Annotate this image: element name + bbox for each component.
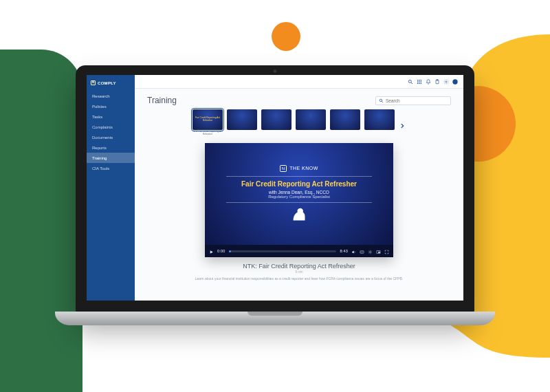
search-icon[interactable] [408, 79, 413, 85]
sidebar-item-research[interactable]: Research [87, 91, 135, 101]
sidebar-item-training[interactable]: Training [87, 153, 135, 163]
carousel-item [330, 109, 360, 136]
video-player: N THE KNOW Fair Credit Reporting Act Ref… [205, 143, 393, 257]
main-content: Training Fair Credit Reporting Act Refre… [135, 75, 463, 301]
video-poster[interactable]: N THE KNOW Fair Credit Reporting Act Ref… [205, 143, 393, 245]
app-screen: N COMPLY Research Policies Tasks Complai… [87, 75, 463, 301]
sidebar-item-policies[interactable]: Policies [87, 101, 135, 111]
clipboard-icon[interactable] [434, 79, 440, 85]
decorative-green-blob [0, 50, 82, 392]
svg-rect-9 [419, 83, 419, 83]
sidebar-item-label: CIA Tools [92, 166, 109, 171]
brand-label: COMPLY [98, 81, 116, 85]
video-brand-label: THE KNOW [289, 166, 318, 171]
carousel-thumbnail[interactable] [330, 109, 360, 130]
laptop-bezel: N COMPLY Research Policies Tasks Complai… [76, 65, 474, 313]
sidebar-item-label: Training [92, 156, 107, 160]
carousel-thumbnail[interactable] [227, 109, 257, 130]
video-progress-bar[interactable] [229, 250, 337, 252]
detail-title: NTK: Fair Credit Reporting Act Refresher [147, 263, 451, 270]
svg-rect-3 [419, 80, 419, 80]
svg-rect-24 [379, 252, 380, 252]
svg-point-20 [297, 208, 303, 214]
detail-description: Learn about your financial institution r… [175, 276, 423, 281]
svg-line-16 [382, 101, 383, 102]
svg-rect-5 [417, 81, 418, 82]
video-time-current: 0:00 [217, 249, 226, 253]
avatar-icon[interactable] [452, 79, 458, 85]
sidebar-item-documents[interactable]: Documents [87, 132, 135, 142]
sidebar-item-label: Complaints [92, 125, 113, 129]
search-icon [379, 98, 384, 103]
gear-icon[interactable] [443, 79, 449, 85]
page-header: Training [147, 96, 451, 105]
svg-rect-6 [419, 81, 419, 82]
video-brand-logo-icon: N [280, 165, 287, 172]
settings-button[interactable] [368, 245, 373, 257]
video-controls: 0:00 8:43 [205, 245, 393, 257]
divider [226, 176, 372, 177]
pip-button[interactable] [376, 245, 381, 257]
sidebar-nav: Research Policies Tasks Complaints Docum… [87, 91, 135, 173]
video-illustration-icon [287, 206, 311, 224]
svg-point-13 [446, 81, 447, 83]
sidebar-item-reports[interactable]: Reports [87, 142, 135, 153]
carousel-thumbnail[interactable] [296, 109, 326, 130]
brand-logo-icon: N [91, 80, 96, 85]
svg-point-15 [380, 99, 382, 102]
carousel-item [227, 109, 257, 136]
thumbnail-caption [330, 131, 360, 136]
laptop-mockup: N COMPLY Research Policies Tasks Complai… [76, 65, 474, 327]
play-button[interactable] [209, 245, 214, 257]
carousel-next-button[interactable] [399, 120, 406, 127]
decorative-orange-dot [272, 22, 300, 51]
svg-line-1 [411, 83, 412, 84]
carousel-thumbnail[interactable] [364, 109, 395, 130]
svg-point-22 [370, 252, 371, 253]
page-title: Training [147, 96, 177, 105]
sidebar-item-label: Documents [92, 135, 113, 140]
video-brand: N THE KNOW [280, 165, 318, 172]
sidebar-item-label: Reports [92, 146, 107, 150]
svg-point-0 [408, 80, 411, 83]
divider [226, 202, 372, 203]
video-presenter-role: Regulatory Compliance Specialist [268, 195, 330, 199]
search-box[interactable] [375, 96, 451, 105]
fullscreen-button[interactable] [384, 245, 389, 257]
carousel-item [296, 109, 326, 136]
video-title: Fair Credit Reporting Act Refresher [241, 180, 357, 188]
svg-rect-8 [417, 83, 418, 83]
page-body: Training Fair Credit Reporting Act Refre… [135, 89, 463, 301]
sidebar: N COMPLY Research Policies Tasks Complai… [87, 75, 135, 301]
sidebar-item-label: Tasks [92, 115, 102, 119]
video-presenter: with Jenna Dean, Esq., NCCO [269, 190, 329, 195]
svg-rect-7 [421, 81, 421, 82]
sidebar-item-tasks[interactable]: Tasks [87, 111, 135, 122]
svg-rect-4 [421, 80, 421, 80]
laptop-base [55, 312, 495, 325]
sidebar-item-label: Research [92, 94, 110, 98]
topbar [135, 75, 463, 89]
carousel-thumbnail[interactable] [261, 109, 292, 130]
sidebar-item-complaints[interactable]: Complaints [87, 122, 135, 132]
thumbnail-caption [364, 131, 395, 136]
sidebar-item-label: Policies [92, 105, 107, 109]
app-brand[interactable]: N COMPLY [87, 75, 135, 91]
thumbnail-caption [227, 131, 257, 136]
thumbnail-title: Fair Credit Reporting Act Refresher [192, 117, 223, 122]
carousel-item [364, 109, 395, 136]
bell-icon[interactable] [426, 79, 431, 85]
captions-button[interactable] [360, 245, 364, 257]
sidebar-item-cia-tools[interactable]: CIA Tools [87, 163, 135, 173]
svg-rect-10 [421, 83, 421, 83]
svg-rect-2 [417, 80, 418, 80]
thumbnail-caption [296, 131, 326, 136]
grid-icon[interactable] [417, 79, 422, 85]
carousel-item: Fair Credit Reporting Act Refresher NTK:… [192, 109, 223, 136]
search-input[interactable] [386, 98, 448, 103]
video-time-total: 8:43 [340, 249, 348, 253]
video-detail: NTK: Fair Credit Reporting Act Refresher… [147, 263, 451, 281]
volume-button[interactable] [351, 245, 356, 257]
training-carousel: Fair Credit Reporting Act Refresher NTK:… [147, 109, 451, 136]
carousel-thumbnail[interactable]: Fair Credit Reporting Act Refresher [192, 109, 223, 130]
